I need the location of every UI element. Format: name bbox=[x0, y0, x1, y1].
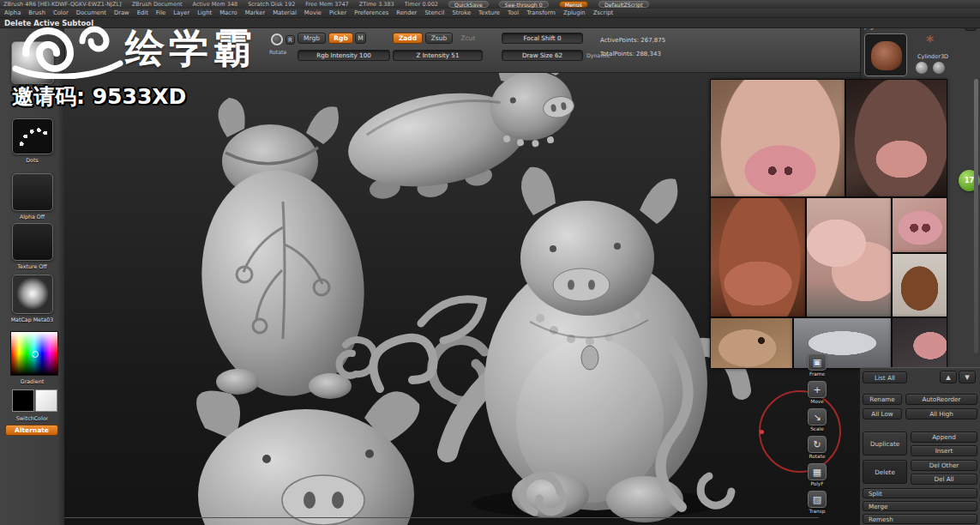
insert-button[interactable]: Insert bbox=[911, 445, 977, 456]
material-label: MatCap Meta03 bbox=[0, 317, 64, 323]
del-all-button[interactable]: Del All bbox=[911, 474, 977, 485]
gradient-label: Gradient bbox=[0, 378, 64, 384]
rename-button[interactable]: Rename bbox=[863, 394, 902, 405]
document-label: ZBrush Document bbox=[132, 1, 183, 8]
main-color-swatch[interactable] bbox=[12, 389, 34, 412]
material-picker-thumbnail[interactable] bbox=[12, 275, 53, 314]
menus-button[interactable]: Menus bbox=[559, 1, 588, 8]
move-icon[interactable]: + bbox=[808, 381, 827, 398]
rgb-button[interactable]: Rgb bbox=[328, 33, 353, 44]
right-panel-scrollbar[interactable] bbox=[974, 79, 978, 353]
remesh-section-button[interactable]: Remesh bbox=[863, 514, 977, 524]
subtool-up-button[interactable]: ▲ bbox=[940, 371, 957, 383]
rotate-gyro-icon[interactable] bbox=[271, 33, 283, 45]
transp-icon[interactable]: ▨ bbox=[808, 491, 827, 508]
m-button[interactable]: M bbox=[355, 33, 366, 44]
menu-item-light[interactable]: Light bbox=[197, 9, 212, 16]
subtool-down-button[interactable]: ▼ bbox=[959, 371, 976, 383]
polyframe-icon[interactable]: ▦ bbox=[808, 463, 827, 480]
reference-photo-pink-pig-face[interactable] bbox=[710, 79, 845, 197]
alpha-picker-thumbnail[interactable] bbox=[12, 173, 53, 211]
menu-item-macro[interactable]: Macro bbox=[219, 9, 237, 16]
color-picker[interactable] bbox=[10, 331, 58, 376]
rotate-button[interactable]: ↻ Rotate bbox=[806, 436, 828, 459]
duplicate-button[interactable]: Duplicate bbox=[863, 431, 907, 456]
texture-label: Texture Off bbox=[0, 263, 64, 269]
z-intensity-slider[interactable]: Z Intensity 51 bbox=[393, 50, 483, 61]
quicksave-button[interactable]: QuickSave bbox=[448, 1, 489, 8]
menu-item-tool[interactable]: Tool bbox=[508, 9, 519, 16]
menu-item-render[interactable]: Render bbox=[396, 9, 417, 16]
polyframe-button[interactable]: ▦ PolyF bbox=[806, 463, 828, 486]
menu-item-picker[interactable]: Picker bbox=[329, 9, 346, 16]
stat-timer: Timer 0.002 bbox=[405, 1, 438, 8]
pig-tool-icon bbox=[871, 41, 902, 70]
frame-button[interactable]: ▣ Frame bbox=[806, 353, 828, 377]
del-other-button[interactable]: Del Other bbox=[911, 460, 977, 471]
texture-picker-thumbnail[interactable] bbox=[12, 223, 53, 261]
alternate-button[interactable]: Alternate bbox=[5, 425, 58, 436]
active-tool-thumbnail[interactable] bbox=[864, 33, 907, 76]
all-low-button[interactable]: All Low bbox=[863, 408, 902, 419]
cylinder3d-label[interactable]: Cylinder3D bbox=[917, 53, 948, 60]
zbrush-window: ZBrush 4R6 [HEI-KDWF-QGKV-EWZ1-NJZL] ZBr… bbox=[0, 0, 980, 525]
reference-photo-dark-pig[interactable] bbox=[845, 79, 947, 197]
menu-item-zscript[interactable]: Zscript bbox=[593, 9, 614, 16]
sphere-tool-icon[interactable] bbox=[916, 62, 928, 74]
default-zscript-button[interactable]: DefaultZScript bbox=[598, 1, 649, 8]
menu-item-zplugin[interactable]: Zplugin bbox=[563, 9, 586, 16]
reference-photo-nose-study[interactable] bbox=[892, 253, 947, 317]
scale-button[interactable]: ↘ Scale bbox=[806, 408, 828, 431]
reference-photo-snout-closeup[interactable] bbox=[892, 197, 947, 253]
alpha-label: Alpha Off bbox=[0, 214, 64, 220]
reference-photo-red-pig-head[interactable] bbox=[710, 197, 806, 317]
secondary-color-swatch[interactable] bbox=[35, 389, 57, 412]
reference-photo-tan-pig-profile[interactable] bbox=[710, 317, 793, 369]
simple-brush-star-icon[interactable]: * bbox=[926, 33, 934, 50]
move-button[interactable]: + Move bbox=[806, 381, 828, 404]
stroke-label: Dots bbox=[0, 157, 64, 163]
scale-icon[interactable]: ↘ bbox=[808, 408, 827, 425]
watermark-brand: 绘学霸 bbox=[125, 22, 256, 75]
split-section-button[interactable]: Split bbox=[863, 488, 977, 498]
stroke-picker-thumbnail[interactable] bbox=[12, 118, 53, 154]
menu-item-material[interactable]: Material bbox=[273, 9, 297, 16]
see-through-slider[interactable]: See-through 0 bbox=[499, 1, 549, 8]
reference-photo-dark-pig-snout[interactable] bbox=[892, 317, 947, 369]
menu-item-marker[interactable]: Marker bbox=[245, 9, 266, 16]
stat-active-mem: Active Mem 348 bbox=[193, 1, 238, 8]
watermark-invite-code: 邀请码: 9533XD bbox=[12, 82, 186, 111]
list-all-button[interactable]: List All bbox=[863, 371, 907, 383]
stat-ztime: ZTime 3.383 bbox=[359, 1, 394, 8]
frame-icon[interactable]: ▣ bbox=[808, 353, 827, 371]
append-button[interactable]: Append bbox=[911, 431, 977, 443]
focal-shift-slider[interactable]: Focal Shift 0 bbox=[502, 33, 583, 44]
menu-item-edit[interactable]: Edit bbox=[137, 9, 148, 16]
rotate-r-button[interactable]: R bbox=[286, 35, 295, 45]
auto-reorder-button[interactable]: AutoReorder bbox=[905, 394, 977, 405]
menu-item-texture[interactable]: Texture bbox=[478, 9, 500, 16]
zsub-button[interactable]: Zsub bbox=[425, 33, 453, 44]
zcut-button[interactable]: Zcut bbox=[456, 33, 480, 44]
transp-button[interactable]: ▨ Transp bbox=[806, 491, 828, 514]
rotate-icon[interactable]: ↻ bbox=[808, 436, 827, 453]
zadd-button[interactable]: Zadd bbox=[393, 33, 423, 44]
sculpt-view-head-pig bbox=[196, 390, 419, 525]
menu-item-transform[interactable]: Transform bbox=[526, 9, 556, 16]
delete-button[interactable]: Delete bbox=[863, 460, 907, 484]
huixueba-logo-icon bbox=[9, 15, 125, 79]
active-points-readout: ActivePoints: 267,875 bbox=[600, 37, 665, 44]
merge-section-button[interactable]: Merge bbox=[863, 501, 977, 511]
menu-item-stencil[interactable]: Stencil bbox=[424, 9, 444, 16]
rgb-intensity-slider[interactable]: Rgb Intensity 100 bbox=[298, 50, 390, 61]
menu-item-movie[interactable]: Movie bbox=[304, 9, 322, 16]
draw-size-slider[interactable]: Draw Size 62 bbox=[502, 50, 583, 61]
all-high-button[interactable]: All High bbox=[905, 408, 977, 419]
sphere-tool-icon-2[interactable] bbox=[933, 62, 945, 74]
menu-item-layer[interactable]: Layer bbox=[173, 9, 189, 16]
menu-item-stroke[interactable]: Stroke bbox=[452, 9, 471, 16]
menu-item-preferences[interactable]: Preferences bbox=[354, 9, 388, 16]
reference-photo-pigs-in-pen[interactable] bbox=[806, 197, 892, 317]
menu-item-file[interactable]: File bbox=[156, 9, 165, 16]
mrgb-button[interactable]: Mrgb bbox=[298, 33, 326, 44]
